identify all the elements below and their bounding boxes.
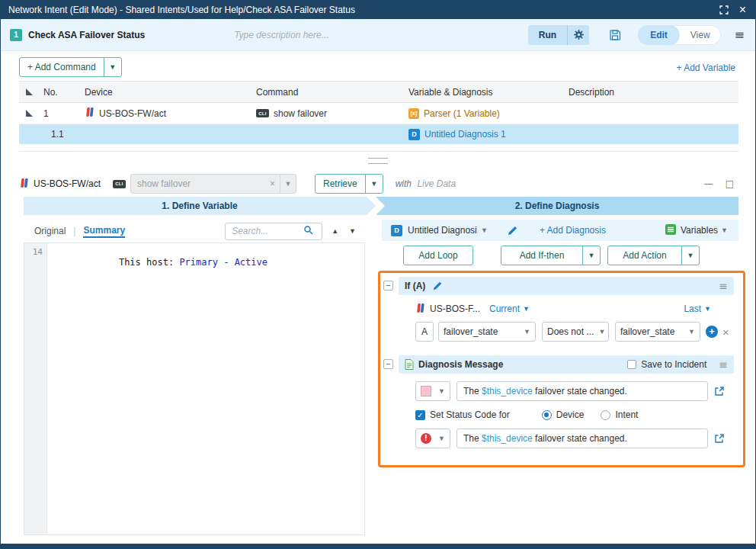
variables-icon — [665, 224, 676, 237]
diagnosis-select[interactable]: Untitled Diagnosi... — [408, 225, 478, 236]
set-status-code-checkbox[interactable]: ✓ — [415, 410, 425, 420]
left-operand-chevron-icon[interactable]: ▼ — [524, 328, 530, 336]
collapse-all-icon[interactable] — [19, 88, 43, 95]
step-define-variable-banner: 1. Define Variable — [24, 197, 376, 215]
row-expander-icon[interactable] — [19, 110, 43, 117]
run-button[interactable]: Run — [528, 25, 567, 45]
table-row-diagnosis[interactable]: 1.1 D Untitled Diagnosis 1 — [19, 124, 738, 144]
add-if-then-chevron-icon[interactable]: ▼ — [582, 246, 600, 265]
status-message-input[interactable]: The $this_device failover state changed. — [456, 429, 708, 448]
tab-summary[interactable]: Summary — [83, 225, 125, 238]
intent-radio[interactable] — [601, 410, 610, 420]
expand-message-icon[interactable] — [714, 386, 725, 396]
add-condition-icon[interactable]: + — [706, 326, 718, 338]
device-radio-label[interactable]: Device — [556, 409, 585, 420]
collapse-if-block-icon[interactable]: − — [383, 281, 393, 291]
current-chevron-icon[interactable]: ▼ — [523, 305, 530, 313]
remove-condition-icon[interactable]: × — [722, 326, 729, 339]
left-operand-select[interactable]: failover_state ▼ — [438, 322, 536, 342]
message-row: ▼ The $this_device failover state change… — [415, 381, 725, 401]
retrieve-button[interactable]: Retrieve ▼ — [315, 174, 383, 194]
save-to-incident-label: Save to Incident — [641, 359, 706, 370]
parser-link[interactable]: Parser (1 Variable) — [424, 108, 500, 119]
run-settings-gear-icon[interactable] — [567, 25, 589, 45]
retrieve-chevron-icon[interactable]: ▼ — [365, 175, 383, 193]
search-input[interactable] — [230, 225, 303, 237]
edit-condition-pencil-icon[interactable] — [433, 281, 442, 291]
table-header-row: No. Device Command Variable & Diagnosis … — [19, 81, 738, 103]
intent-index-badge: 1 — [10, 29, 22, 41]
search-box — [225, 223, 322, 240]
add-variable-link[interactable]: + Add Variable — [676, 63, 735, 73]
command-chevron-icon[interactable]: ▼ — [280, 175, 296, 193]
find-next-icon[interactable]: ▼ — [349, 227, 356, 235]
diagnosis-link[interactable]: Untitled Diagnosis 1 — [424, 129, 506, 140]
error-status-icon: ! — [421, 433, 431, 444]
tab-original[interactable]: Original — [34, 226, 66, 236]
message-block-title: Diagnosis Message — [418, 359, 503, 370]
status-severity-select[interactable]: ! ▼ — [415, 429, 450, 448]
operator-chevron-icon[interactable]: ▼ — [598, 328, 605, 336]
command-combobox[interactable]: show failover × ▼ — [130, 174, 296, 194]
variables-chevron-icon[interactable]: ▼ — [721, 226, 728, 234]
add-loop-button[interactable]: Add Loop — [403, 246, 473, 265]
variables-dropdown[interactable]: Variables ▼ — [665, 224, 728, 237]
row-command: show failover — [274, 108, 327, 119]
code-text: This host: — [91, 257, 180, 268]
add-if-then-button[interactable]: Add If-then ▼ — [501, 246, 601, 265]
current-scope-dropdown[interactable]: Current ▼ — [489, 303, 530, 314]
add-command-button[interactable]: + Add Command ▼ — [19, 57, 122, 77]
left-operand-value: failover_state — [444, 326, 498, 337]
description-input[interactable] — [232, 29, 411, 41]
retrieve-label: Retrieve — [316, 178, 365, 189]
maximize-panel-icon[interactable]: □ — [726, 178, 734, 189]
add-action-chevron-icon[interactable]: ▼ — [681, 246, 699, 265]
step1-label: 1. Define Variable — [162, 201, 237, 211]
col-header-variable-diagnosis: Variable & Diagnosis — [408, 87, 569, 98]
header-menu-icon[interactable]: ≡ — [735, 27, 745, 42]
expand-status-message-icon[interactable] — [714, 433, 725, 444]
message-text: The — [463, 386, 482, 396]
right-operand-chevron-icon[interactable]: ▼ — [688, 328, 695, 336]
view-mode-button[interactable]: View — [680, 30, 721, 40]
operator-select[interactable]: Does not ... ▼ — [542, 322, 609, 342]
last-scope-dropdown[interactable]: Last ▼ — [684, 303, 711, 314]
intent-radio-label[interactable]: Intent — [615, 409, 638, 420]
device-radio[interactable] — [542, 410, 552, 420]
search-icon[interactable] — [303, 225, 313, 237]
edit-mode-button[interactable]: Edit — [638, 25, 680, 45]
if-block-menu-icon[interactable]: ≡ — [719, 280, 728, 292]
rename-diagnosis-pencil-icon[interactable] — [508, 226, 517, 236]
add-command-chevron-icon[interactable]: ▼ — [104, 58, 121, 76]
color-select-chevron-icon[interactable]: ▼ — [438, 387, 445, 395]
firewall-device-icon — [415, 303, 425, 316]
right-operand-select[interactable]: failover_state ▼ — [615, 322, 700, 342]
message-text-input[interactable]: The $this_device failover state changed. — [456, 381, 708, 401]
run-split-button: Run — [528, 25, 589, 45]
panel-splitter-handle[interactable] — [368, 158, 388, 164]
variable-tabs: Original | Summary ▲ ▼ — [24, 220, 365, 242]
message-color-select[interactable]: ▼ — [415, 381, 450, 401]
add-diagnosis-link[interactable]: + Add Diagnosis — [540, 225, 606, 236]
diagnosis-select-chevron-icon[interactable]: ▼ — [481, 226, 488, 234]
clear-command-icon[interactable]: × — [270, 178, 275, 189]
minimize-panel-icon[interactable]: — — [704, 178, 713, 189]
collapse-message-block-icon[interactable]: − — [383, 359, 393, 369]
row-no: 1 — [43, 108, 85, 119]
table-row[interactable]: 1 US-BOS-FW/act CLI show failover [x] Pa… — [19, 103, 738, 124]
save-icon[interactable] — [609, 29, 621, 41]
close-icon[interactable]: × — [739, 4, 746, 16]
add-action-button[interactable]: Add Action ▼ — [607, 246, 700, 265]
expand-icon[interactable] — [719, 5, 729, 14]
add-loop-label: Add Loop — [411, 250, 465, 261]
if-block-title: If (A) — [405, 281, 425, 291]
find-previous-icon[interactable]: ▲ — [332, 227, 338, 235]
cli-icon: CLI — [113, 180, 126, 188]
variable-panel: Original | Summary ▲ ▼ 14 This host: Pri… — [24, 220, 365, 535]
last-chevron-icon[interactable]: ▼ — [704, 305, 711, 313]
line-number-gutter: 14 — [24, 243, 47, 535]
severity-select-chevron-icon[interactable]: ▼ — [438, 435, 445, 442]
save-to-incident-checkbox[interactable] — [627, 360, 636, 369]
tab-divider: | — [73, 226, 75, 236]
message-block-menu-icon[interactable]: ≡ — [719, 358, 728, 371]
